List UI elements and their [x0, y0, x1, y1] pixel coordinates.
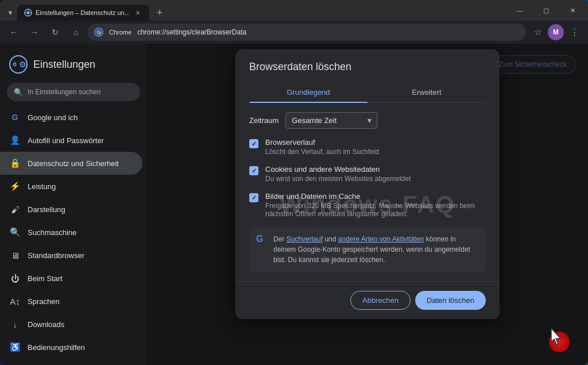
google-account-info: G Der Suchverlauf und andere Arten von A…	[249, 227, 486, 272]
sidebar-item-label: Datenschutz und Sicherheit	[28, 159, 119, 168]
cancel-button[interactable]: Abbrechen	[350, 291, 411, 310]
menu-button[interactable]: ⋮	[565, 23, 583, 41]
address-bar[interactable]: Chrome chrome://settings/clearBrowserDat…	[87, 24, 526, 41]
info-text-1: Der	[273, 235, 287, 243]
minimize-button[interactable]: —	[506, 0, 533, 21]
checkbox-cookies: Cookies und andere Websitedaten Du wirst…	[249, 165, 486, 183]
startup-icon: ⏻	[9, 272, 21, 284]
reload-button[interactable]: ↻	[46, 23, 64, 41]
cookies-checkbox[interactable]	[249, 166, 258, 175]
sidebar-item-label: Darstellung	[28, 205, 65, 214]
search-icon: 🔍	[14, 88, 23, 97]
browsing-history-checkbox[interactable]	[249, 139, 258, 148]
address-text: chrome://settings/clearBrowserData	[137, 28, 519, 36]
dialog-footer: Abbrechen Daten löschen	[235, 281, 500, 319]
downloads-icon: ↓	[9, 318, 21, 330]
dialog-overlay: Browserdaten löschen Grundlegend Erweite…	[147, 44, 588, 365]
clear-browser-data-dialog: Browserdaten löschen Grundlegend Erweite…	[235, 49, 500, 319]
navigation-bar: ← → ↻ ⌂ Chrome chrome://settings/clearBr…	[0, 21, 588, 44]
tab-close-button[interactable]: ✕	[133, 8, 142, 17]
sidebar-item-accessibility[interactable]: ♿ Bedienungshilfen	[0, 336, 142, 359]
checkbox-wrapper[interactable]	[249, 193, 258, 202]
sidebar-item-google[interactable]: G Google und ich	[0, 106, 142, 129]
cache-checkbox[interactable]	[249, 193, 258, 202]
tab-title-text: Einstellungen – Datenschutz un...	[36, 9, 130, 16]
checkbox-text: Bilder und Dateien im Cache Freigabe von…	[265, 192, 486, 218]
checkbox-desc: Du wirst von den meisten Websites abgeme…	[265, 175, 486, 183]
checkbox-text: Browserverlauf Löscht den Verlauf, auch …	[265, 138, 486, 156]
sidebar-item-label: Bedienungshilfen	[28, 343, 85, 352]
time-select[interactable]: Gesamte Zeit Letzte Stunde Letzten Tag L…	[285, 112, 377, 129]
info-link-suchverlauf[interactable]: Suchverlauf	[287, 235, 323, 243]
forward-button[interactable]: →	[25, 23, 44, 41]
tab-area: ▼ Einstellungen – Datenschutz un... ✕ +	[0, 0, 506, 21]
dialog-tabs: Grundlegend Erweitert	[249, 82, 486, 103]
bookmark-button[interactable]: ☆	[528, 23, 547, 41]
google-g-icon: G	[256, 234, 268, 245]
appearance-icon: 🖌	[9, 203, 21, 215]
sidebar: ⚙ Einstellungen 🔍 In Einstellungen suche…	[0, 44, 147, 365]
time-label: Zeitraum	[249, 116, 278, 125]
sidebar-header: ⚙ Einstellungen	[0, 48, 147, 80]
sidebar-search[interactable]: 🔍 In Einstellungen suchen	[7, 83, 140, 101]
dialog-title: Browserdaten löschen	[249, 61, 486, 73]
profile-avatar[interactable]: M	[548, 24, 564, 40]
browser-icon: 🖥	[9, 249, 21, 261]
sidebar-item-label: Downloads	[28, 320, 64, 329]
checkbox-label: Browserverlauf	[265, 138, 486, 147]
sidebar-item-performance[interactable]: ⚡ Leistung	[0, 175, 142, 198]
time-range-row: Zeitraum Gesamte Zeit Letzte Stunde Letz…	[249, 112, 486, 129]
mouse-cursor	[549, 327, 563, 348]
sidebar-item-languages[interactable]: A↕ Sprachen	[0, 290, 142, 313]
checkbox-label: Bilder und Dateien im Cache	[265, 192, 486, 201]
main-content: ⚙ Einstellungen 🔍 In Einstellungen suche…	[0, 44, 588, 365]
svg-point-8	[13, 63, 16, 66]
checkbox-desc: Freigabe von 320 MB Speicherplatz. Manch…	[265, 202, 486, 218]
home-button[interactable]: ⌂	[67, 23, 85, 41]
sidebar-item-autofill[interactable]: 👤 Autofill und Passwörter	[0, 129, 142, 152]
checkbox-text: Cookies und andere Websitedaten Du wirst…	[265, 165, 486, 183]
search-engine-icon: 🔍	[9, 226, 21, 238]
languages-icon: A↕	[9, 295, 21, 307]
privacy-icon: 🔒	[9, 157, 21, 169]
checkbox-wrapper[interactable]	[249, 139, 258, 148]
nav-icons-right: ☆ M ⋮	[528, 23, 583, 41]
search-placeholder: In Einstellungen suchen	[28, 88, 100, 96]
info-link-activities[interactable]: andere Arten von Aktivitäten	[338, 235, 424, 243]
tab-list-arrow[interactable]: ▼	[5, 5, 16, 21]
sidebar-item-label: Google und ich	[28, 113, 78, 122]
accessibility-icon: ♿	[9, 341, 21, 353]
sidebar-item-system[interactable]: ⚙ System	[0, 359, 142, 365]
sidebar-item-label: Suchmaschine	[28, 228, 76, 237]
sidebar-item-search[interactable]: 🔍 Suchmaschine	[0, 221, 142, 244]
checkbox-label: Cookies und andere Websitedaten	[265, 165, 486, 174]
checkbox-browsing-history: Browserverlauf Löscht den Verlauf, auch …	[249, 138, 486, 156]
sidebar-item-startup[interactable]: ⏻ Beim Start	[0, 267, 142, 290]
tab-advanced[interactable]: Erweitert	[368, 82, 486, 102]
new-tab-button[interactable]: +	[152, 5, 168, 21]
dialog-header: Browserdaten löschen Grundlegend Erweite…	[235, 49, 500, 103]
maximize-button[interactable]: ▢	[533, 0, 559, 21]
sidebar-item-privacy[interactable]: 🔒 Datenschutz und Sicherheit	[0, 152, 142, 175]
checkbox-wrapper[interactable]	[249, 166, 258, 175]
google-icon: G	[9, 112, 21, 123]
sidebar-item-appearance[interactable]: 🖌 Darstellung	[0, 198, 142, 221]
time-select-wrapper: Gesamte Zeit Letzte Stunde Letzten Tag L…	[285, 112, 377, 129]
tab-favicon-icon	[24, 9, 32, 17]
delete-button[interactable]: Daten löschen	[415, 291, 486, 310]
sidebar-item-browser[interactable]: 🖥 Standardbrowser	[0, 244, 142, 267]
window-controls: — ▢ ✕	[506, 0, 588, 21]
sidebar-item-downloads[interactable]: ↓ Downloads	[0, 313, 142, 336]
active-tab[interactable]: Einstellungen – Datenschutz un... ✕	[17, 5, 149, 21]
sidebar-item-label: Sprachen	[28, 297, 60, 306]
sidebar-item-label: Standardbrowser	[28, 251, 84, 260]
settings-title: Einstellungen	[33, 59, 95, 71]
back-button[interactable]: ←	[5, 23, 23, 41]
chrome-logo-icon	[94, 28, 103, 37]
close-button[interactable]: ✕	[559, 0, 586, 21]
tab-basic[interactable]: Grundlegend	[249, 82, 368, 102]
page-content: Zum Sicherheitscheck Browserdaten lösche…	[147, 44, 588, 365]
svg-point-1	[26, 11, 29, 14]
checkbox-cache: Bilder und Dateien im Cache Freigabe von…	[249, 192, 486, 218]
sidebar-item-label: Autofill und Passwörter	[28, 136, 104, 145]
